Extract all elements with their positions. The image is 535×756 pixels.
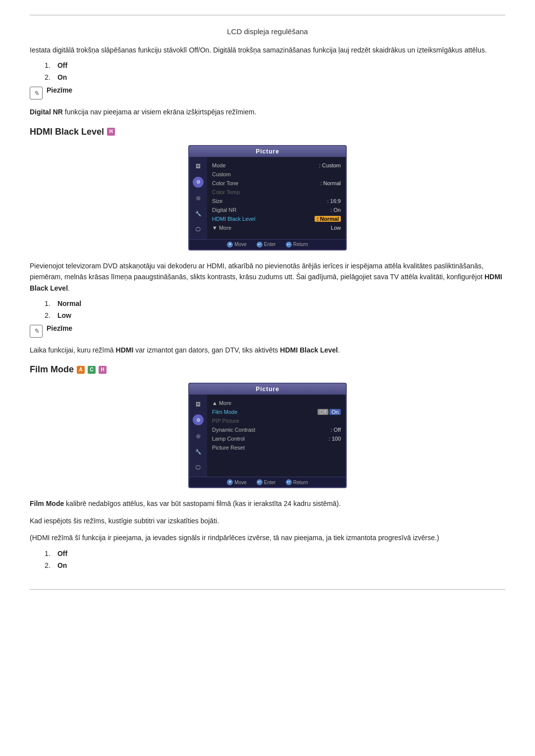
osd1-main: Mode : Custom Custom Color Tone : Normal… — [207, 157, 346, 239]
film-paragraph2: Kad iespējots šis režīms, kustīgie subti… — [30, 515, 505, 526]
osd-icon-5: 🖵 — [193, 224, 204, 235]
osd-icon-1: 🖼 — [193, 161, 204, 172]
osd-row: Picture Reset — [212, 443, 341, 452]
film-badge-c: C — [88, 366, 96, 374]
film-badge-a: A — [77, 366, 85, 374]
hdmi-badge: H — [107, 128, 115, 136]
list-item: 2. On — [45, 73, 505, 81]
osd1-container: Picture 🖼 ⚙ ◎ 🔧 🖵 Mode : Custom Custom — [30, 145, 505, 251]
osd-row: PIP Picture — [212, 416, 341, 425]
film-badge-h: H — [99, 366, 107, 374]
osd1-footer: ✦ Move ↵ Enter ↩ Return — [189, 239, 346, 250]
note-icon: ✎ — [30, 87, 43, 100]
osd-row: Mode : Custom — [212, 161, 341, 170]
osd-sidebar: 🖼 ⚙ ◎ 🔧 🖵 — [189, 157, 207, 239]
osd-row: Color Tone : Normal — [212, 179, 341, 188]
osd1-box: Picture 🖼 ⚙ ◎ 🔧 🖵 Mode : Custom Custom — [188, 145, 347, 251]
osd-row: Size : 16:9 — [212, 197, 341, 205]
note1-text: Digital NR funkcija nav pieejama ar visi… — [30, 106, 505, 117]
list-item: 2. Low — [45, 311, 505, 319]
osd2-main: ▲ More Film Mode Off On PIP Picture — [207, 395, 346, 477]
osd-icon-4: 🔧 — [193, 446, 204, 457]
osd-row: Color Temp — [212, 188, 341, 197]
note-label: Piezīme — [47, 86, 72, 94]
osd2-box: Picture 🖼 ⚙ ◎ 🔧 🖵 ▲ More Film Mode — [188, 383, 347, 488]
osd-row-hdmi-black-level: HDMI Black Level : Normal — [212, 214, 341, 223]
osd-icon-2: ⚙ — [193, 414, 204, 425]
osd2-container: Picture 🖼 ⚙ ◎ 🔧 🖵 ▲ More Film Mode — [30, 383, 505, 488]
note-label: Piezīme — [47, 324, 72, 332]
note-box-1: ✎ Piezīme — [30, 86, 505, 100]
osd2-footer: ✦ Move ↵ Enter ↩ Return — [189, 477, 346, 487]
osd-row: Custom — [212, 170, 341, 179]
osd-icon-3: ◎ — [193, 193, 204, 203]
osd-row-film-mode: Film Mode Off On — [212, 407, 341, 416]
osd-icon-1: 🖼 — [193, 399, 204, 409]
intro-paragraph: Iestata digitālā trokšņa slāpēšanas funk… — [30, 45, 505, 55]
osd-row: Lamp Control : 100 — [212, 434, 341, 443]
list-item: 1. Off — [45, 61, 505, 69]
note-icon: ✎ — [30, 325, 43, 338]
note-box-2: ✎ Piezīme — [30, 324, 505, 338]
list-item: 2. On — [45, 561, 505, 569]
osd-row: ▼ More Low — [212, 223, 341, 232]
hdmi-paragraph: Pievienojot televizoram DVD atskaņotāju … — [30, 260, 505, 294]
note2-text: Laika funkcijai, kuru režīmā HDMI var iz… — [30, 345, 505, 355]
osd-icon-3: ◎ — [193, 430, 204, 441]
list-item: 1. Normal — [45, 300, 505, 307]
osd-icon-4: 🔧 — [193, 208, 204, 219]
film-heading: Film Mode A C H — [30, 364, 505, 375]
film-paragraph1: Film Mode kalibrē nedabīgos attēlus, kas… — [30, 498, 505, 509]
film-paragraph3: (HDMI režīmā šī funkcija ir pieejama, ja… — [30, 532, 505, 543]
osd2-title: Picture — [189, 384, 346, 395]
osd-row: Digital NR : On — [212, 205, 341, 214]
osd1-title: Picture — [189, 146, 346, 157]
osd-icon-2: ⚙ — [193, 177, 204, 188]
hdmi-heading: HDMI Black Level H — [30, 127, 505, 137]
osd-row: ▲ More — [212, 399, 341, 407]
osd-icon-5: 🖵 — [193, 462, 204, 473]
osd-row: Dynamic Contrast : Off — [212, 425, 341, 434]
page-title: LCD displeja regulēšana — [30, 27, 505, 36]
osd-sidebar: 🖼 ⚙ ◎ 🔧 🖵 — [189, 395, 207, 477]
list-item: 1. Off — [45, 550, 505, 557]
